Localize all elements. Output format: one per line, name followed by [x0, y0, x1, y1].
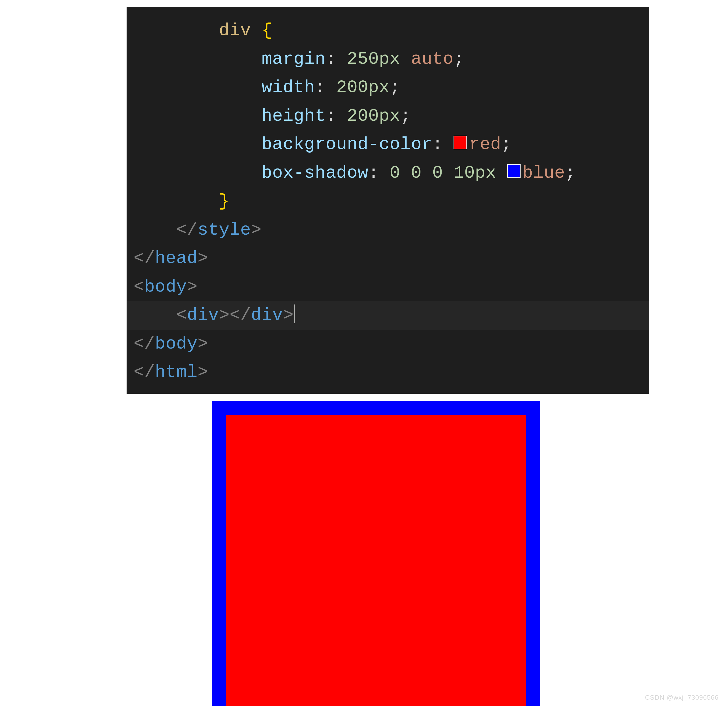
- color-swatch-blue-icon: [507, 164, 521, 178]
- code-line: </style>: [134, 216, 635, 244]
- watermark-text: CSDN @wxj_73096566: [645, 694, 719, 701]
- preview-red-box: [226, 415, 526, 706]
- code-editor-panel: div { margin: 250px auto; width: 200px; …: [127, 7, 649, 394]
- code-line: box-shadow: 0 0 0 10px blue;: [134, 159, 635, 188]
- document-page: div { margin: 250px auto; width: 200px; …: [0, 0, 728, 706]
- code-line: </html>: [134, 358, 635, 387]
- code-line: </body>: [134, 330, 635, 358]
- code-line: height: 200px;: [134, 102, 635, 131]
- css-value: red: [469, 134, 501, 154]
- code-line: div {: [134, 16, 635, 45]
- close-body-tag: body: [155, 334, 198, 354]
- brace-close: }: [219, 192, 230, 211]
- code-line: width: 200px;: [134, 74, 635, 102]
- div-open-tag: div: [187, 305, 219, 325]
- css-prop: width: [261, 78, 315, 98]
- close-head-tag: head: [155, 248, 198, 269]
- css-prop: background-color: [261, 134, 432, 154]
- css-value: blue: [523, 163, 565, 183]
- close-html-tag: html: [155, 362, 198, 382]
- code-line: }: [134, 187, 635, 216]
- code-line: </head>: [134, 244, 635, 273]
- code-line: background-color: red;: [134, 130, 635, 159]
- rendered-preview: [216, 415, 537, 696]
- css-prop: box-shadow: [261, 163, 368, 183]
- text-cursor-icon: [294, 305, 295, 323]
- close-style-tag: style: [198, 220, 251, 240]
- open-body-tag: body: [144, 277, 187, 297]
- code-line: <body>: [134, 273, 635, 302]
- css-selector: div: [219, 21, 251, 40]
- css-prop: margin: [261, 49, 326, 69]
- css-value-nums: 0 0 0 10px: [390, 163, 496, 183]
- brace-open: {: [261, 21, 272, 40]
- css-prop: height: [261, 106, 326, 126]
- color-swatch-red-icon: [454, 136, 467, 149]
- code-line-current: <div></div>: [127, 301, 649, 330]
- code-line: margin: 250px auto;: [134, 45, 635, 74]
- div-close-tag: div: [251, 305, 283, 325]
